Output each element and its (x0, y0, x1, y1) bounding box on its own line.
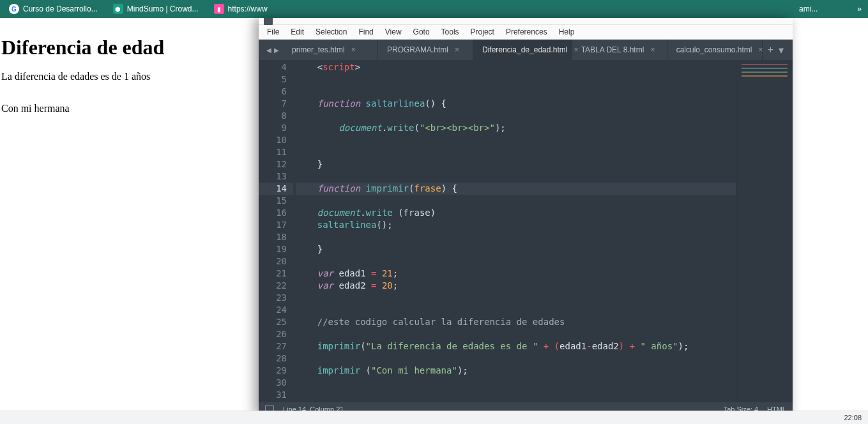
code-area[interactable]: <script> function saltarlinea() { docume… (293, 60, 736, 402)
code-line[interactable]: function saltarlinea() { (296, 98, 736, 110)
code-line[interactable] (296, 110, 736, 122)
page-surface: Diferencia de edad La diferencia de edad… (0, 18, 868, 411)
code-line[interactable]: document.write("<br><br><br>"); (296, 122, 736, 134)
bookmarks-bar: G Curso de Desarrollo... ⬢ MindSumo | Cr… (0, 0, 868, 18)
tab-close-icon[interactable]: × (351, 45, 356, 54)
line-number: 25 (259, 316, 287, 328)
tab-label: Diferencia_de_edad.html (482, 45, 567, 54)
os-taskbar: 22:08 (0, 411, 868, 424)
line-number: 5 (259, 73, 287, 86)
tab-close-icon[interactable]: × (650, 45, 655, 54)
line-number: 30 (259, 377, 287, 389)
code-line[interactable] (296, 231, 736, 243)
code-line[interactable]: <script> (296, 61, 736, 73)
line-number: 12 (259, 158, 287, 170)
mindsumo-icon: ⬢ (113, 4, 123, 14)
code-line[interactable]: var edad2 = 20; (296, 280, 736, 292)
menu-project[interactable]: Project (465, 26, 500, 38)
code-line[interactable]: function imprimir(frase) { (296, 183, 736, 195)
line-number: 23 (259, 292, 287, 304)
bookmark-label: Curso de Desarrollo... (23, 4, 98, 13)
code-line[interactable] (296, 352, 736, 365)
tab[interactable]: calculo_consumo.html × (667, 40, 763, 60)
editor-body: 4567891011121314151617181920212223242526… (259, 60, 793, 402)
code-line[interactable] (296, 377, 736, 389)
tab-close-icon[interactable]: × (455, 45, 459, 54)
tab[interactable]: PROGRAMA.html × (378, 40, 473, 60)
menu-view[interactable]: View (379, 26, 407, 38)
code-line[interactable] (296, 73, 736, 86)
code-line[interactable] (296, 304, 736, 316)
google-icon: G (9, 4, 19, 14)
code-line[interactable]: imprimir ("Con mi hermana"); (296, 365, 736, 377)
menu-selection[interactable]: Selection (310, 26, 353, 38)
tab-prev-icon[interactable]: ◀ (266, 47, 271, 54)
line-number: 21 (259, 268, 287, 280)
line-number: 20 (259, 255, 287, 268)
code-line[interactable] (296, 170, 736, 183)
code-line[interactable]: } (296, 243, 736, 255)
tab-controls: + ▾ (763, 40, 789, 60)
gutter: 4567891011121314151617181920212223242526… (259, 60, 293, 402)
chevron-right-icon[interactable]: » (857, 4, 862, 13)
line-number: 18 (259, 231, 287, 243)
new-tab-icon[interactable]: + (768, 44, 773, 56)
line-number: 9 (259, 122, 287, 134)
code-line[interactable] (296, 389, 736, 401)
code-line[interactable] (296, 134, 736, 146)
code-line[interactable] (296, 146, 736, 158)
code-line[interactable]: saltarlinea(); (296, 219, 736, 231)
code-line[interactable] (296, 292, 736, 304)
code-line[interactable]: var edad1 = 21; (296, 268, 736, 280)
menu-preferences[interactable]: Preferences (500, 26, 553, 38)
code-line[interactable]: //este codigo calcular la diferencia de … (296, 316, 736, 328)
minimap-preview (742, 64, 788, 102)
bookmark-item[interactable]: G Curso de Desarrollo... (3, 1, 104, 17)
tab-nav: ◀ ▶ (263, 40, 283, 60)
code-line[interactable] (296, 86, 736, 98)
taskbar-clock: 22:08 (844, 414, 862, 421)
line-number: 8 (259, 110, 287, 122)
menu-find[interactable]: Find (353, 26, 379, 38)
tab[interactable]: primer_tes.html × (283, 40, 378, 60)
bookmark-label: MindSumo | Crowd... (127, 4, 199, 13)
sublime-menubar: File Edit Selection Find View Goto Tools… (259, 25, 793, 40)
line-number: 14 (259, 183, 293, 195)
code-line[interactable] (296, 195, 736, 207)
sublime-window: File Edit Selection Find View Goto Tools… (259, 18, 793, 416)
site-icon: ▮ (214, 4, 224, 14)
menu-file[interactable]: File (261, 26, 285, 38)
tab-next-icon[interactable]: ▶ (274, 47, 279, 54)
sublime-tabbar: ◀ ▶ primer_tes.html × PROGRAMA.html × Di… (259, 40, 793, 60)
minimap[interactable] (736, 60, 793, 402)
line-number: 16 (259, 207, 287, 219)
line-number: 26 (259, 328, 287, 340)
bookmark-item[interactable]: ▮ https://www (208, 1, 274, 17)
line-number: 15 (259, 195, 287, 207)
overflow-label[interactable]: ami... (799, 4, 818, 13)
line-number: 31 (259, 389, 287, 401)
tab[interactable]: TABLA DEL 8.html × (572, 40, 667, 60)
code-line[interactable] (296, 401, 736, 402)
menu-help[interactable]: Help (553, 26, 581, 38)
tab-active[interactable]: Diferencia_de_edad.html × (473, 40, 572, 60)
menu-goto[interactable]: Goto (407, 26, 436, 38)
bookmark-item[interactable]: ⬢ MindSumo | Crowd... (107, 1, 205, 17)
line-number: 28 (259, 352, 287, 365)
menu-tools[interactable]: Tools (436, 26, 465, 38)
line-number: 13 (259, 170, 287, 183)
code-line[interactable]: } (296, 158, 736, 170)
line-number: 17 (259, 219, 287, 231)
code-line[interactable] (296, 328, 736, 340)
code-line[interactable]: imprimir("La diferencia de edades es de … (296, 340, 736, 352)
tab-menu-icon[interactable]: ▾ (779, 44, 784, 56)
line-number: 19 (259, 243, 287, 255)
code-line[interactable]: document.write (frase) (296, 207, 736, 219)
tab-close-icon[interactable]: × (758, 45, 763, 54)
bookmark-label: https://www (228, 4, 268, 13)
menu-edit[interactable]: Edit (285, 26, 310, 38)
line-number: 4 (259, 61, 287, 73)
tab-label: TABLA DEL 8.html (581, 45, 644, 54)
code-line[interactable] (296, 255, 736, 268)
sublime-titlebar[interactable] (259, 18, 793, 25)
